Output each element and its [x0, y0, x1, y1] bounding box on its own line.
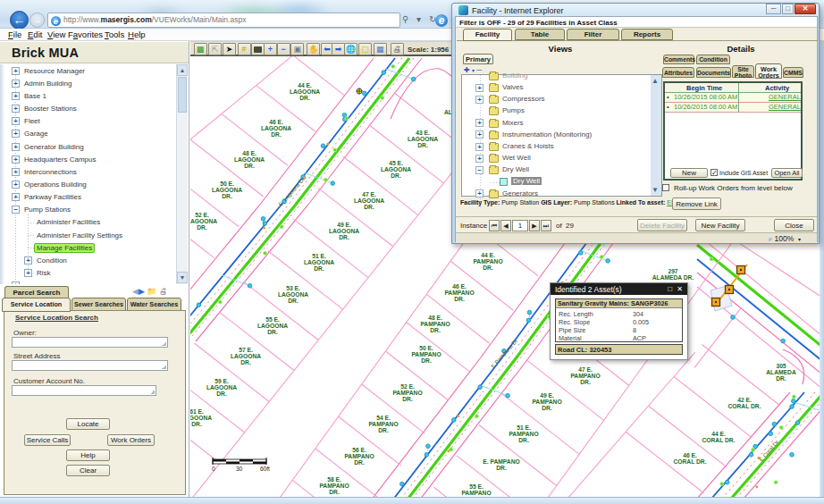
svg-text:50 E.LAGOONADR.: 50 E.LAGOONADR. — [212, 181, 242, 199]
svg-text:47 E.LAGOONADR.: 47 E.LAGOONADR. — [354, 191, 384, 210]
svg-text:45 E.LAGOONADR.: 45 E.LAGOONADR. — [381, 160, 411, 179]
svg-text:42 E.CORAL DR.: 42 E.CORAL DR. — [727, 397, 761, 409]
svg-text:49 E.LAGOONADR.: 49 E.LAGOONADR. — [329, 222, 359, 240]
svg-text:43 E.LAGOONADR.: 43 E.LAGOONADR. — [408, 130, 438, 148]
svg-text:44 E.LAGOONADR.: 44 E.LAGOONADR. — [290, 82, 320, 101]
svg-text:44 E.CORAL DR.: 44 E.CORAL DR. — [702, 431, 735, 443]
svg-text:51 E.LAGOONADR.: 51 E.LAGOONADR. — [304, 253, 334, 272]
svg-text:57 E.LAGOONADR.: 57 E.LAGOONADR. — [231, 347, 261, 365]
svg-text:0: 0 — [212, 466, 215, 472]
svg-text:54 E.PAMPANODR.: 54 E.PAMPANODR. — [368, 415, 398, 433]
svg-text:305ALAMEDADR.: 305ALAMEDADR. — [766, 363, 796, 382]
svg-text:44 E.PAMPANODR.: 44 E.PAMPANODR. — [473, 252, 502, 271]
svg-text:55 E.LAGOONADR.: 55 E.LAGOONADR. — [257, 316, 288, 335]
svg-text:48 E.LAGOONADR.: 48 E.LAGOONADR. — [234, 150, 265, 169]
svg-text:46 E.PAMPANODR.: 46 E.PAMPANODR. — [444, 283, 474, 302]
svg-text:297ALAMEDA DR.: 297ALAMEDA DR. — [652, 268, 694, 281]
svg-text:52 E.LAGOONADR.: 52 E.LAGOONADR. — [190, 212, 217, 231]
svg-text:30: 30 — [236, 466, 243, 472]
svg-text:60ft: 60ft — [260, 466, 270, 472]
svg-text:E. PAMPANODR.: E. PAMPANODR. — [483, 458, 519, 471]
svg-text:51 E.PAMPANODR.: 51 E.PAMPANODR. — [509, 424, 538, 443]
svg-text:E Pampano Dr: E Pampano Dr — [490, 338, 519, 370]
svg-text:56 E.PAMPANODR.: 56 E.PAMPANODR. — [344, 447, 374, 466]
svg-text:58 E.PAMPANODR.: 58 E.PAMPANODR. — [319, 476, 349, 495]
svg-text:48 E.PAMPANODR.: 48 E.PAMPANODR. — [420, 315, 450, 333]
svg-text:61 E.LAGOONADR.: 61 E.LAGOONADR. — [190, 408, 212, 427]
svg-text:E. Lagoona Dr: E. Lagoona Dr — [277, 176, 307, 208]
svg-text:53 E.LAGOONADR.: 53 E.LAGOONADR. — [278, 285, 308, 304]
svg-text:46 E.LAGOONADR.: 46 E.LAGOONADR. — [261, 119, 291, 138]
svg-text:55 E.PAMPANODR.: 55 E.PAMPANODR. — [461, 483, 491, 497]
svg-text:46 E.CORAL DR.: 46 E.CORAL DR. — [673, 452, 706, 465]
svg-text:52 E.PAMPANODR.: 52 E.PAMPANODR. — [392, 383, 422, 402]
svg-text:50 E.PAMPANODR.: 50 E.PAMPANODR. — [411, 345, 441, 364]
svg-text:59 E.LAGOONADR.: 59 E.LAGOONADR. — [206, 378, 237, 397]
svg-text:49 E.PAMPANODR.: 49 E.PAMPANODR. — [532, 392, 561, 411]
svg-text:47 E.PAMPANODR.: 47 E.PAMPANODR. — [570, 366, 600, 385]
